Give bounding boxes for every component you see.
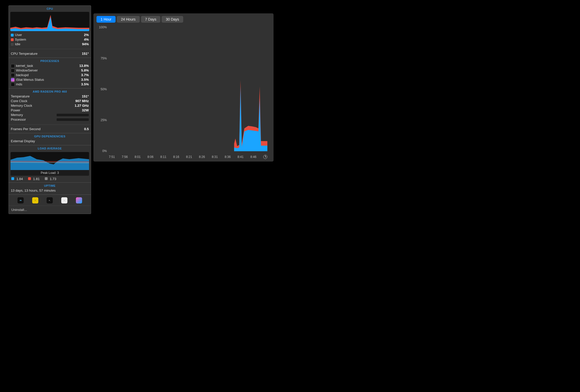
- process-row[interactable]: kernel_task13.8%: [9, 64, 91, 68]
- gpu-section-title: AMD RADEON PRO 460: [9, 88, 91, 94]
- stat-value: 1.27 GHz: [75, 103, 89, 108]
- gpu-dep-row: External Display: [9, 139, 91, 145]
- y-tick: 75%: [101, 57, 107, 60]
- swatch-icon: [11, 38, 14, 41]
- x-tick: 8:31: [212, 155, 218, 159]
- legend-value: 2%: [84, 33, 89, 37]
- peak-load-label: Peak Load: 3: [11, 170, 89, 176]
- cpu-section-title: CPU: [9, 6, 91, 11]
- gpu-dep-label: External Display: [11, 139, 35, 144]
- process-value: 13.8%: [79, 64, 89, 68]
- gpu-stats: Temperature151° Core Clock907 MHz Memory…: [9, 94, 91, 123]
- y-tick: 50%: [101, 87, 107, 91]
- cpu-legend: User 2% System 4% Idle 94%: [9, 33, 91, 48]
- x-tick: 7:56: [122, 155, 128, 159]
- x-tick: 8:46: [250, 155, 256, 159]
- stat-value: 32W: [82, 108, 89, 113]
- x-tick: 8:41: [238, 155, 243, 159]
- cpu-mini-chart[interactable]: [10, 12, 89, 31]
- sysinfo-app-icon[interactable]: ⌂: [61, 197, 67, 203]
- history-popover: 1 Hour 24 Hours 7 Days 30 Days 100% 75% …: [93, 13, 274, 162]
- uptime-value: 13 days, 13 hours, 57 minutes: [11, 188, 56, 193]
- swatch-icon: [45, 177, 48, 180]
- stat-label: Frames Per Second: [11, 127, 41, 131]
- gpu-temperature-row: Temperature151°: [9, 94, 91, 99]
- stat-label: Temperature: [11, 94, 30, 99]
- process-row[interactable]: mds3.5%: [9, 82, 91, 87]
- swatch-icon: [28, 177, 31, 180]
- load-value: 1.81: [33, 177, 40, 181]
- fps-row: Frames Per Second 0.5: [9, 126, 91, 133]
- load-legend: 1.84 1.81 1.73: [9, 176, 91, 182]
- gpu-deps-title: GPU DEPENDENCIES: [9, 133, 91, 139]
- time-range-segments: 1 Hour 24 Hours 7 Days 30 Days: [93, 13, 274, 25]
- legend-value: 94%: [82, 42, 89, 47]
- plot-area: [109, 27, 267, 151]
- stat-label: Power: [11, 108, 20, 113]
- process-name: mds: [16, 82, 22, 87]
- x-tick: 8:26: [199, 155, 205, 159]
- stat-value: 907 MHz: [75, 99, 89, 103]
- process-name: kernel_task: [16, 64, 33, 68]
- process-value: 3.5%: [81, 82, 89, 87]
- process-value: 5.8%: [81, 68, 89, 73]
- terminal-app-icon[interactable]: >_: [47, 197, 53, 203]
- istat-app-icon[interactable]: iSt: [17, 197, 24, 203]
- footer-app-icons: iSt ! >_ ⌂: [9, 195, 91, 206]
- y-tick: 0%: [102, 149, 107, 153]
- uninstall-button[interactable]: Uninstall...: [9, 206, 91, 214]
- process-icon: [11, 78, 15, 82]
- x-axis: 7:51 7:56 8:01 8:06 8:11 8:16 8:21 8:26 …: [109, 155, 267, 159]
- activity-app-icon[interactable]: [76, 197, 82, 203]
- gpu-coreclock-row: Core Clock907 MHz: [9, 99, 91, 103]
- stat-value: 151°: [82, 94, 89, 99]
- warning-app-icon[interactable]: !: [32, 197, 38, 203]
- processor-bar: [57, 118, 89, 121]
- uptime-row: 13 days, 13 hours, 57 minutes: [9, 188, 91, 194]
- stat-label: CPU Temperature: [11, 51, 38, 56]
- process-icon: [11, 69, 15, 73]
- segment-1hour[interactable]: 1 Hour: [96, 16, 116, 23]
- process-row[interactable]: backupd3.7%: [9, 73, 91, 77]
- clock-icon: [263, 155, 267, 159]
- stat-label: Processor: [11, 117, 26, 122]
- legend-label: System: [15, 37, 26, 42]
- x-tick: 8:11: [160, 155, 166, 159]
- load-section-title: LOAD AVERAGE: [9, 145, 91, 151]
- cpu-temperature-row[interactable]: CPU Temperature 151°: [9, 50, 91, 58]
- load-value: 1.84: [16, 177, 23, 181]
- segment-30days[interactable]: 30 Days: [162, 16, 183, 23]
- legend-user: User 2%: [9, 33, 91, 37]
- gpu-processor-row: Processor: [9, 117, 91, 123]
- swatch-icon: [11, 34, 14, 37]
- process-value: 3.5%: [81, 77, 89, 82]
- x-tick: 7:51: [109, 155, 115, 159]
- legend-idle: Idle 94%: [9, 42, 91, 47]
- process-row[interactable]: iStat Menus Status3.5%: [9, 77, 91, 82]
- segment-24hours[interactable]: 24 Hours: [117, 16, 140, 23]
- process-name: WindowServer: [16, 68, 38, 73]
- load-avg-chart[interactable]: Peak Load: 3: [11, 152, 89, 176]
- x-tick: 8:06: [147, 155, 153, 159]
- process-row[interactable]: WindowServer5.8%: [9, 68, 91, 73]
- y-tick: 100%: [99, 25, 107, 29]
- process-name: backupd: [16, 73, 29, 77]
- stat-value: 151°: [82, 51, 89, 56]
- cpu-panel: CPU User 2% System 4% Idle 94% CPU Tempe…: [8, 5, 91, 214]
- load-15m: 1.73: [45, 177, 56, 181]
- stat-label: Memory: [11, 113, 23, 117]
- stat-label: Memory Clock: [11, 103, 32, 108]
- stat-label: Core Clock: [11, 99, 27, 103]
- legend-system: System 4%: [9, 37, 91, 42]
- legend-label: Idle: [15, 42, 20, 47]
- history-chart[interactable]: 100% 75% 50% 25% 0% 7:51 7:56 8:01 8:06 …: [96, 25, 271, 159]
- gpu-power-row: Power32W: [9, 108, 91, 113]
- process-icon: [11, 73, 15, 77]
- x-tick: 8:01: [135, 155, 140, 159]
- swatch-icon: [11, 43, 14, 46]
- segment-7days[interactable]: 7 Days: [141, 16, 161, 23]
- memory-bar: [57, 114, 89, 116]
- swatch-icon: [11, 177, 14, 180]
- stat-value: 0.5: [84, 127, 89, 131]
- gpu-memclock-row: Memory Clock1.27 GHz: [9, 103, 91, 108]
